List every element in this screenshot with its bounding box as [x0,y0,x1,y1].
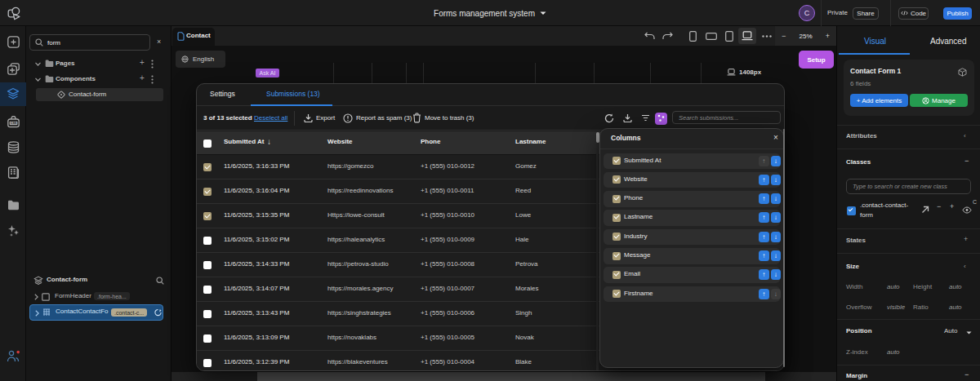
svg-text:CSS: CSS [11,122,17,125]
